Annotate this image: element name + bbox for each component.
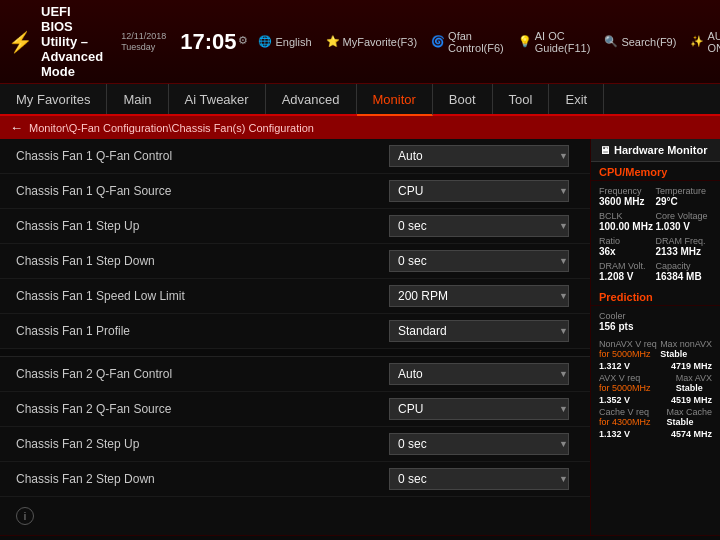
config-row-cf2-source: Chassis Fan 2 Q-Fan Source CPUCPU OPTCha… bbox=[0, 392, 590, 427]
date-line1: 12/11/2018 bbox=[121, 31, 166, 42]
bios-title: UEFI BIOS Utility – Advanced Mode bbox=[41, 4, 103, 79]
bclk-cell: BCLK 100.00 MHz bbox=[599, 209, 656, 234]
config-row-cf2-stepdown: Chassis Fan 2 Step Down 0 sec1 sec3 sec bbox=[0, 462, 590, 497]
config-row-cf2-stepup: Chassis Fan 2 Step Up 0 sec1 sec3 sec bbox=[0, 427, 590, 462]
pred-nonavx-req-value: Max nonAVX Stable bbox=[660, 339, 712, 359]
cf1-profile-label: Chassis Fan 1 Profile bbox=[16, 324, 389, 338]
config-row-cf1-stepdown: Chassis Fan 1 Step Down 0 sec1 sec3 sec bbox=[0, 244, 590, 279]
pred-nonavx-req: NonAVX V req for 5000MHz Max nonAVX Stab… bbox=[599, 338, 712, 360]
info-icon[interactable]: i bbox=[16, 507, 34, 525]
nav-tool[interactable]: Tool bbox=[493, 84, 550, 114]
search-control[interactable]: 🔍 Search(F9) bbox=[604, 30, 676, 54]
pred-avx-v: 1.352 V bbox=[599, 395, 630, 405]
myfavorite-label: MyFavorite(F3) bbox=[343, 36, 418, 48]
pred-cache-req-label: Cache V req for 4300MHz bbox=[599, 407, 651, 427]
pred-cache-v: 1.132 V bbox=[599, 429, 630, 439]
nav-monitor[interactable]: Monitor bbox=[357, 84, 433, 116]
cf1-lowlimit-select[interactable]: 200 RPM300 RPM400 RPM bbox=[389, 285, 569, 307]
pred-cache-mhz: 4574 MHz bbox=[671, 429, 712, 439]
title-area: UEFI BIOS Utility – Advanced Mode bbox=[41, 4, 103, 79]
back-arrow-icon[interactable]: ← bbox=[10, 120, 23, 135]
cf1-qfan-label: Chassis Fan 1 Q-Fan Control bbox=[16, 149, 389, 163]
ai-icon: 💡 bbox=[518, 35, 532, 48]
freq-cell: Frequency 3600 MHz bbox=[599, 184, 656, 209]
pred-nonavx-vals: 1.312 V 4719 MHz bbox=[599, 360, 712, 372]
language-label: English bbox=[275, 36, 311, 48]
capacity-cell: Capacity 16384 MB bbox=[656, 259, 713, 284]
qfan-control[interactable]: 🌀 Qfan Control(F6) bbox=[431, 30, 504, 54]
config-row-cf1-stepup: Chassis Fan 1 Step Up 0 sec1 sec3 sec bbox=[0, 209, 590, 244]
pred-avx-req: AVX V req for 5000MHz Max AVX Stable bbox=[599, 372, 712, 394]
cf2-source-wrapper: CPUCPU OPTChassis Fan bbox=[389, 398, 574, 420]
cf2-source-select[interactable]: CPUCPU OPTChassis Fan bbox=[389, 398, 569, 420]
config-row-cf1-profile: Chassis Fan 1 Profile StandardSilentTurb… bbox=[0, 314, 590, 349]
time-display: 17:05 bbox=[180, 31, 236, 53]
cf1-stepup-wrapper: 0 sec1 sec3 sec bbox=[389, 215, 574, 237]
nav-advanced[interactable]: Advanced bbox=[266, 84, 357, 114]
nav-main[interactable]: Main bbox=[107, 84, 168, 114]
cf1-stepup-select[interactable]: 0 sec1 sec3 sec bbox=[389, 215, 569, 237]
cf1-lowlimit-label: Chassis Fan 1 Speed Low Limit bbox=[16, 289, 389, 303]
pred-avx-vals: 1.352 V 4519 MHz bbox=[599, 394, 712, 406]
nav-bar: My Favorites Main Ai Tweaker Advanced Mo… bbox=[0, 84, 720, 116]
search-icon: 🔍 bbox=[604, 35, 618, 48]
pred-cache-vals: 1.132 V 4574 MHz bbox=[599, 428, 712, 440]
cf2-stepdown-label: Chassis Fan 2 Step Down bbox=[16, 472, 389, 486]
qfan-label: Qfan Control(F6) bbox=[448, 30, 504, 54]
cf2-qfan-select[interactable]: AutoPWM ModeDC Mode bbox=[389, 363, 569, 385]
main-layout: Chassis Fan 1 Q-Fan Control AutoPWM Mode… bbox=[0, 139, 720, 535]
cooler-value: 156 pts bbox=[599, 321, 712, 332]
group-separator bbox=[0, 349, 590, 357]
cf1-qfan-select[interactable]: AutoPWM ModeDC Mode bbox=[389, 145, 569, 167]
pred-cache-req: Cache V req for 4300MHz Max Cache Stable bbox=[599, 406, 712, 428]
language-control[interactable]: 🌐 English bbox=[258, 30, 311, 54]
qfan-icon: 🌀 bbox=[431, 35, 445, 48]
nav-ai-tweaker[interactable]: Ai Tweaker bbox=[169, 84, 266, 114]
top-bar: ⚡ UEFI BIOS Utility – Advanced Mode 12/1… bbox=[0, 0, 720, 84]
aura-control[interactable]: ✨ AURA ON/OFF(F4) bbox=[690, 30, 720, 54]
aura-label: AURA ON/OFF(F4) bbox=[707, 30, 720, 54]
breadcrumb-bar: ← Monitor\Q-Fan Configuration\Chassis Fa… bbox=[0, 116, 720, 139]
settings-gear-icon[interactable]: ⚙ bbox=[238, 34, 248, 47]
time-area: 17:05 ⚙ bbox=[180, 31, 248, 53]
cf1-stepdown-label: Chassis Fan 1 Step Down bbox=[16, 254, 389, 268]
nav-my-favorites[interactable]: My Favorites bbox=[0, 84, 107, 114]
cf1-source-label: Chassis Fan 1 Q-Fan Source bbox=[16, 184, 389, 198]
nav-exit[interactable]: Exit bbox=[549, 84, 604, 114]
cf1-stepdown-wrapper: 0 sec1 sec3 sec bbox=[389, 250, 574, 272]
cpu-memory-title: CPU/Memory bbox=[591, 162, 720, 181]
ratio-cell: Ratio 36x bbox=[599, 234, 656, 259]
cf1-profile-wrapper: StandardSilentTurbo bbox=[389, 320, 574, 342]
breadcrumb-text: Monitor\Q-Fan Configuration\Chassis Fan(… bbox=[29, 122, 314, 134]
cf2-stepdown-wrapper: 0 sec1 sec3 sec bbox=[389, 468, 574, 490]
cf1-qfan-select-wrapper: AutoPWM ModeDC Mode bbox=[389, 145, 574, 167]
config-row-cf1-qfan: Chassis Fan 1 Q-Fan Control AutoPWM Mode… bbox=[0, 139, 590, 174]
date-line2: Tuesday bbox=[121, 42, 155, 53]
cf2-stepup-select[interactable]: 0 sec1 sec3 sec bbox=[389, 433, 569, 455]
cf1-profile-select[interactable]: StandardSilentTurbo bbox=[389, 320, 569, 342]
prediction-title: Prediction bbox=[591, 287, 720, 306]
pred-avx-req-value: Max AVX Stable bbox=[676, 373, 712, 393]
pred-avx-mhz: 4519 MHz bbox=[671, 395, 712, 405]
cf1-source-select[interactable]: CPUCPU OPTChassis Fan bbox=[389, 180, 569, 202]
cf2-stepup-wrapper: 0 sec1 sec3 sec bbox=[389, 433, 574, 455]
ai-oc-control[interactable]: 💡 AI OC Guide(F11) bbox=[518, 30, 591, 54]
cf2-stepup-label: Chassis Fan 2 Step Up bbox=[16, 437, 389, 451]
cooler-row: Cooler 156 pts bbox=[599, 309, 712, 334]
pred-data: NonAVX V req for 5000MHz Max nonAVX Stab… bbox=[599, 338, 712, 440]
cf1-source-wrapper: CPUCPU OPTChassis Fan bbox=[389, 180, 574, 202]
nav-boot[interactable]: Boot bbox=[433, 84, 493, 114]
config-row-cf2-qfan: Chassis Fan 2 Q-Fan Control AutoPWM Mode… bbox=[0, 357, 590, 392]
ai-label: AI OC Guide(F11) bbox=[535, 30, 591, 54]
cooler-label: Cooler bbox=[599, 311, 712, 321]
myfavorite-control[interactable]: ⭐ MyFavorite(F3) bbox=[326, 30, 418, 54]
monitor-icon: 🖥 bbox=[599, 144, 610, 156]
datetime: 12/11/2018 Tuesday bbox=[121, 31, 166, 53]
pred-nonavx-req-label: NonAVX V req for 5000MHz bbox=[599, 339, 657, 359]
pred-nonavx-mhz: 4719 MHz bbox=[671, 361, 712, 371]
cf1-lowlimit-wrapper: 200 RPM300 RPM400 RPM bbox=[389, 285, 574, 307]
footer-bar: Last Modified EZ Tuning Wizard 🔧 EzMode(… bbox=[0, 535, 720, 540]
cf1-stepdown-select[interactable]: 0 sec1 sec3 sec bbox=[389, 250, 569, 272]
cf2-stepdown-select[interactable]: 0 sec1 sec3 sec bbox=[389, 468, 569, 490]
pred-cache-req-value: Max Cache Stable bbox=[666, 407, 712, 427]
